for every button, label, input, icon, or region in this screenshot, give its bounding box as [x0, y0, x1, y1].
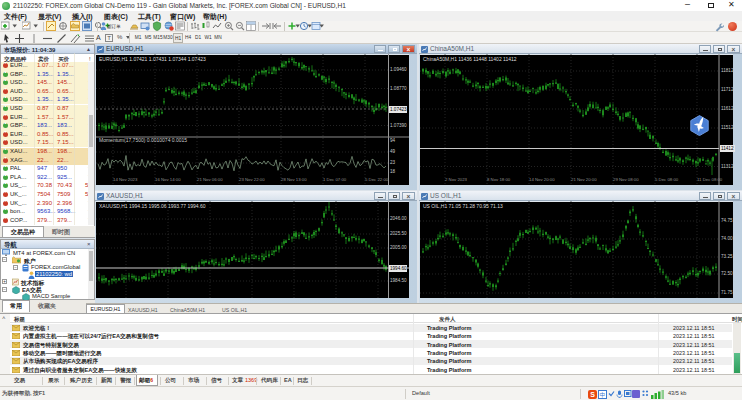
- svg-text:Momentum(17,7500) 0.0010074 0.: Momentum(17,7500) 0.0010074 0.0015: [99, 137, 187, 143]
